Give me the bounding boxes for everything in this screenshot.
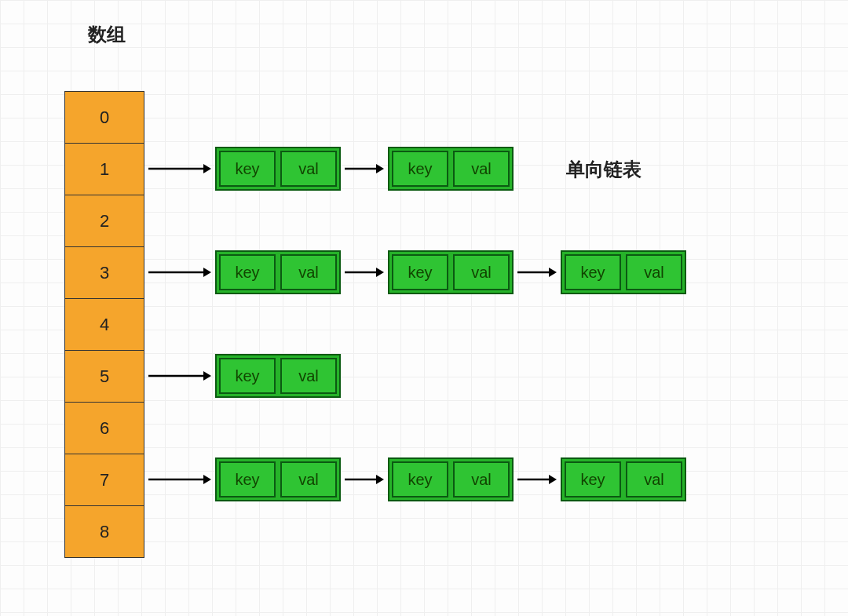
list-node: key val xyxy=(561,250,686,294)
svg-marker-1 xyxy=(203,164,211,173)
node-key: key xyxy=(392,151,448,187)
node-key: key xyxy=(219,358,276,394)
arrow-icon xyxy=(144,368,215,384)
arrow-icon xyxy=(341,161,388,177)
node-key: key xyxy=(219,461,276,498)
list-node: key val xyxy=(388,147,514,191)
svg-marker-13 xyxy=(203,475,211,484)
array-cell: 2 xyxy=(64,195,144,247)
list-node: key val xyxy=(215,147,341,191)
array-cell: 0 xyxy=(64,92,144,144)
node-val: val xyxy=(626,461,682,498)
svg-marker-17 xyxy=(549,475,557,484)
array-label: 数组 xyxy=(88,22,126,47)
svg-marker-3 xyxy=(376,164,384,173)
arrow-icon xyxy=(514,472,561,487)
array-cell: 1 xyxy=(64,144,144,195)
node-val: val xyxy=(453,151,510,187)
node-val: val xyxy=(453,461,510,498)
list-node: key val xyxy=(215,354,341,398)
array-cell: 6 xyxy=(64,403,144,454)
svg-marker-5 xyxy=(203,268,211,277)
node-val: val xyxy=(280,461,337,498)
array-cell: 5 xyxy=(64,351,144,403)
node-key: key xyxy=(565,461,621,498)
node-key: key xyxy=(392,461,448,498)
list-node: key val xyxy=(215,457,341,501)
node-val: val xyxy=(453,254,510,290)
list-node: key val xyxy=(215,250,341,294)
node-val: val xyxy=(280,254,337,290)
array-column: 0 1 2 3 4 5 6 7 8 xyxy=(64,91,144,558)
arrow-icon xyxy=(144,161,215,177)
linked-list-row: key val key val key val xyxy=(144,246,686,298)
list-node: key val xyxy=(561,457,686,501)
node-val: val xyxy=(280,151,337,187)
linked-list-label: 单向链表 xyxy=(566,157,641,182)
node-key: key xyxy=(565,254,621,290)
node-key: key xyxy=(392,254,448,290)
arrow-icon xyxy=(514,264,561,280)
arrow-icon xyxy=(341,264,388,280)
array-cell: 7 xyxy=(64,454,144,506)
node-key: key xyxy=(219,151,276,187)
linked-list-row: key val key val key val xyxy=(144,454,686,505)
list-node: key val xyxy=(388,457,514,501)
array-cell: 3 xyxy=(64,247,144,299)
svg-marker-15 xyxy=(376,475,384,484)
node-val: val xyxy=(626,254,682,290)
arrow-icon xyxy=(144,472,215,487)
arrow-icon xyxy=(144,264,215,280)
node-val: val xyxy=(280,358,337,394)
svg-marker-11 xyxy=(203,371,211,381)
node-key: key xyxy=(219,254,276,290)
arrow-icon xyxy=(341,472,388,487)
array-cell: 4 xyxy=(64,299,144,351)
svg-marker-9 xyxy=(549,268,557,277)
linked-list-row: key val key val xyxy=(144,143,514,195)
svg-marker-7 xyxy=(376,268,384,277)
array-cell: 8 xyxy=(64,506,144,558)
list-node: key val xyxy=(388,250,514,294)
linked-list-row: key val xyxy=(144,350,341,402)
